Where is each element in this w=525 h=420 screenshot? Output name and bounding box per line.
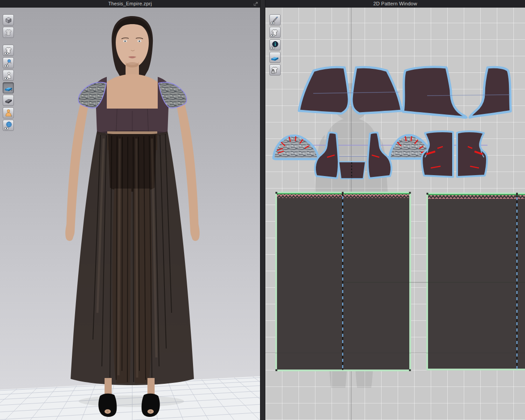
3d-scene [0,8,260,420]
pattern-bottom-row [265,192,525,371]
piece-skirt-panel-left[interactable] [276,193,410,370]
3d-window-title: Thesis_Empire.zprj [108,0,152,8]
show-fabric-2d-button[interactable] [269,52,281,63]
fabric-book-icon [4,84,13,92]
tshirt-eye-icon [270,28,279,37]
2d-window-titlebar[interactable]: 2D Pattern Window [265,0,525,8]
show-fold-button[interactable] [3,95,14,106]
3d-window-titlebar[interactable]: Thesis_Empire.zprj [0,0,260,8]
garment-button[interactable] [3,27,14,38]
needle-eye-icon [270,16,279,25]
piece-skirt-yoke-front-left[interactable] [299,67,349,113]
tshirt-lock-icon [270,66,279,75]
3d-toolbar [3,14,14,132]
show-environment-button[interactable] [3,120,14,131]
fabric-book-icon [270,53,279,62]
avatar-body-button[interactable] [3,107,14,118]
person-eye-icon [4,71,13,80]
piece-bodice-front-right[interactable] [368,133,391,178]
2d-pattern-window: 2D Pattern Window [265,0,525,420]
2d-window-title: 2D Pattern Window [373,0,417,8]
pattern-info-button[interactable] [269,39,281,50]
piece-skirt-panel-right[interactable] [427,193,525,370]
application-window: Thesis_Empire.zprj [0,0,525,420]
person-body-icon [4,109,13,118]
2d-viewport[interactable] [265,8,525,420]
pattern-top-row [299,67,511,118]
simulate-button[interactable] [3,14,14,25]
info-eye-icon [270,41,279,50]
show-garment-button[interactable] [3,45,14,56]
hand-left [65,223,74,241]
avatar-3d[interactable] [65,16,199,417]
dress-skirt[interactable] [71,131,194,385]
popout-icon[interactable] [253,1,258,6]
show-fabric-button[interactable] [3,82,14,93]
globe-eye-icon [4,121,13,130]
2d-toolbar [269,14,281,77]
cube-icon [4,16,13,25]
piece-skirt-yoke-back-right[interactable] [470,67,511,118]
3d-viewport[interactable] [0,8,260,420]
show-pins-button[interactable] [3,57,14,68]
chest-skin [97,74,167,112]
show-stitches-button[interactable] [269,14,281,25]
hand-right [191,223,200,241]
lock-patterns-button[interactable] [269,64,281,76]
piece-skirt-yoke-back-left[interactable] [403,67,466,118]
pin-eye-icon [4,59,13,67]
window-divider[interactable] [260,0,265,420]
tshirt-icon [4,28,13,37]
3d-window: Thesis_Empire.zprj [0,0,260,420]
tshirt-eye-icon [4,46,13,55]
piece-skirt-yoke-front-right[interactable] [352,67,402,113]
show-patterns-button[interactable] [269,27,281,38]
2d-scene [265,8,525,420]
folded-fabric-icon [4,96,13,105]
show-avatar-button[interactable] [3,70,14,81]
